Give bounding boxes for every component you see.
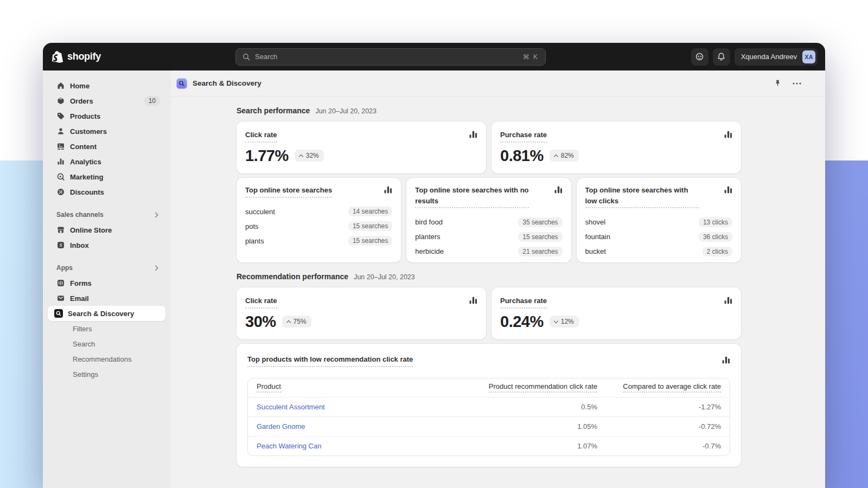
search-placeholder: Search xyxy=(255,53,277,61)
bar-chart-icon[interactable] xyxy=(722,356,730,366)
sidebar-item-analytics[interactable]: Analytics xyxy=(48,154,165,169)
sidebar-item-label: Email xyxy=(70,294,89,303)
sidebar-item-online-store[interactable]: Online Store xyxy=(48,222,165,237)
section-title: Recommendation performance xyxy=(237,272,348,281)
metric-label[interactable]: Click rate xyxy=(245,130,277,143)
forms-icon xyxy=(56,279,65,287)
chevron-right-icon xyxy=(155,212,159,218)
bar-chart-icon[interactable] xyxy=(724,297,732,306)
column-header-click-rate[interactable]: Product recommendation click rate xyxy=(489,382,597,393)
list-card-title[interactable]: Top online store searches with low click… xyxy=(585,185,699,208)
assistant-button[interactable] xyxy=(691,48,709,66)
products-table: Product Product recommendation click rat… xyxy=(247,378,730,456)
search-term: plants xyxy=(245,237,264,245)
sidebar-item-customers[interactable]: Customers xyxy=(48,124,165,139)
user-menu[interactable]: Xquenda Andreev XA xyxy=(735,48,818,66)
shopify-bag-icon xyxy=(52,50,63,63)
compared-value: -1.27% xyxy=(597,403,721,411)
no-results-searches-card: Top online store searches with no result… xyxy=(406,178,571,262)
table-header-row: Product Product recommendation click rat… xyxy=(248,378,730,397)
metric-label[interactable]: Purchase rate xyxy=(500,296,547,309)
sidebar-item-products[interactable]: Products xyxy=(48,108,165,124)
top-searches-cards: Top online store searches succulent 14 s… xyxy=(237,178,741,262)
list-item: bucket 2 clicks xyxy=(585,244,732,259)
sidebar-subitem-search[interactable]: Search xyxy=(48,336,165,351)
ellipsis-icon xyxy=(793,82,801,85)
metric-label[interactable]: Purchase rate xyxy=(500,130,547,143)
trend-up-icon xyxy=(298,154,303,158)
sidebar-subitem-settings[interactable]: Settings xyxy=(48,367,165,382)
click-rate-card: Click rate 1.77% 32% xyxy=(237,121,486,174)
search-term: planters xyxy=(415,233,440,241)
sidebar-item-orders[interactable]: Orders 10 xyxy=(48,93,165,108)
app-frame: Home Orders 10 Products Customers Conten… xyxy=(43,70,825,488)
sidebar-subitem-recommendations[interactable]: Recommendations xyxy=(48,351,165,367)
orders-icon xyxy=(56,97,65,105)
sidebar-item-home[interactable]: Home xyxy=(48,78,165,93)
search-term: shovel xyxy=(585,218,606,226)
bar-chart-icon[interactable] xyxy=(469,131,477,140)
customers-icon xyxy=(56,127,65,136)
sidebar-item-label: Products xyxy=(70,112,100,120)
column-header-product[interactable]: Product xyxy=(257,382,281,393)
count-pill: 35 searches xyxy=(518,217,562,227)
list-item: shovel 13 clicks xyxy=(585,215,732,229)
product-link[interactable]: Succulent Assortment xyxy=(257,403,325,411)
compared-value: -0.72% xyxy=(597,422,721,431)
notifications-button[interactable] xyxy=(713,48,730,66)
global-search-input[interactable]: Search ⌘ K xyxy=(235,48,546,66)
sidebar-item-label: Orders xyxy=(70,97,93,105)
column-header-compared[interactable]: Compared to average click rate xyxy=(623,382,721,393)
sidebar-item-label: Marketing xyxy=(70,173,103,181)
bar-chart-icon[interactable] xyxy=(724,131,732,140)
more-actions-button[interactable] xyxy=(793,82,801,85)
bar-chart-icon[interactable] xyxy=(469,297,477,306)
app-badge-icon xyxy=(176,78,187,89)
table-title[interactable]: Top products with low recommendation cli… xyxy=(247,354,413,367)
metric-label[interactable]: Click rate xyxy=(245,296,277,309)
section-date-range: Jun 20–Jul 20, 2023 xyxy=(315,107,376,115)
bar-chart-icon[interactable] xyxy=(384,186,392,196)
sidebar-item-content[interactable]: Content xyxy=(48,139,165,154)
user-name: Xquenda Andreev xyxy=(741,53,797,61)
pin-icon xyxy=(774,79,782,87)
top-searches-card: Top online store searches succulent 14 s… xyxy=(237,178,401,262)
count-pill: 14 searches xyxy=(348,207,392,216)
apps-header[interactable]: Apps xyxy=(48,260,165,275)
shopify-logo[interactable]: shopify xyxy=(52,50,235,63)
discounts-icon xyxy=(56,188,65,196)
section-date-range: Jun 20–Jul 20, 2023 xyxy=(354,273,415,281)
search-shortcut: ⌘ K xyxy=(523,53,539,61)
product-link[interactable]: Garden Gnome xyxy=(257,422,305,431)
content-scroll[interactable]: Search performance Jun 20–Jul 20, 2023 C… xyxy=(171,97,825,488)
list-card-title[interactable]: Top online store searches xyxy=(245,185,332,198)
sidebar-item-search-discovery[interactable]: Search & Discovery xyxy=(48,306,165,321)
change-badge: 12% xyxy=(550,316,579,328)
sidebar-item-marketing[interactable]: Marketing xyxy=(48,169,165,184)
list-card-title[interactable]: Top online store searches with no result… xyxy=(415,185,529,208)
table-row: Succulent Assortment 0.5% -1.27% xyxy=(248,397,730,416)
bar-chart-icon[interactable] xyxy=(554,186,563,196)
content-column: Search performance Jun 20–Jul 20, 2023 C… xyxy=(237,106,741,467)
pin-button[interactable] xyxy=(774,79,782,87)
sidebar-item-inbox[interactable]: S Inbox xyxy=(48,237,165,253)
sidebar-subitem-filters[interactable]: Filters xyxy=(48,321,165,336)
apps-label: Apps xyxy=(56,264,73,272)
sidebar-item-forms[interactable]: Forms xyxy=(48,275,165,291)
metric-value: 0.24% xyxy=(500,313,544,331)
product-link[interactable]: Peach Watering Can xyxy=(257,442,321,450)
bar-chart-icon[interactable] xyxy=(724,186,732,196)
orders-count-badge: 10 xyxy=(144,96,160,106)
trend-down-icon xyxy=(553,318,558,323)
search-discovery-icon xyxy=(54,309,63,318)
chevron-right-icon xyxy=(155,265,159,271)
page-header-actions xyxy=(774,79,801,87)
topbar-actions: Xquenda Andreev XA xyxy=(691,48,818,66)
list-item: bird food 35 searches xyxy=(415,215,562,229)
sidebar-item-email[interactable]: Email xyxy=(48,291,165,306)
change-badge: 75% xyxy=(282,316,311,328)
sales-channels-header[interactable]: Sales channels xyxy=(48,207,165,222)
brand-wordmark: shopify xyxy=(67,51,101,62)
sidebar-item-discounts[interactable]: Discounts xyxy=(48,184,165,200)
table-row: Garden Gnome 1.05% -0.72% xyxy=(248,416,730,436)
